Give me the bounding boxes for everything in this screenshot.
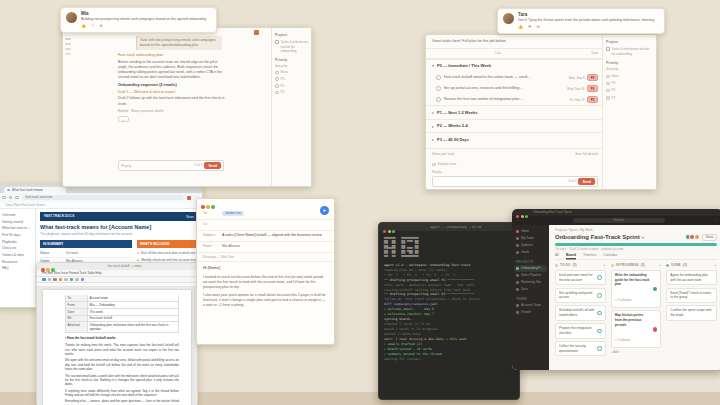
- task-checkbox-icon[interactable]: [436, 75, 441, 80]
- forward-icon[interactable]: ›: [522, 218, 523, 224]
- banner-share-button[interactable]: Share: [186, 215, 194, 219]
- radio-icon[interactable]: [275, 91, 279, 95]
- thread-meta[interactable]: Edited · Show previous drafts: [118, 109, 226, 114]
- sidebar-item[interactable]: Updates: [514, 242, 547, 249]
- kanban-card[interactable]: Write the onboarding guide for the fast-…: [611, 270, 662, 308]
- sidebar-item[interactable]: Inbox: [514, 228, 547, 235]
- breadcrumb[interactable]: Projects / Sprint / My Work: [555, 228, 717, 233]
- subject-field[interactable]: Subject: A sales [Client Name] kickoff —…: [197, 231, 334, 242]
- priority-option[interactable]: P0: [275, 77, 308, 82]
- kanban-card[interactable]: Confirm the sprint scope with the leads: [666, 305, 717, 320]
- agent-card-tara[interactable]: Tara Got it! Tying the friction points f…: [497, 8, 665, 34]
- priority-option[interactable]: P2: [275, 90, 308, 95]
- wiki-nav-item[interactable]: First 90 days: [0, 232, 33, 239]
- included-header[interactable]: WHAT'S INCLUDED: [137, 240, 198, 248]
- add-reaction-button[interactable]: +: [118, 116, 129, 122]
- kanban-card[interactable]: Draft welcome email for the new account: [555, 270, 606, 285]
- sidebar-project-item[interactable]: Marketing Site: [514, 279, 547, 286]
- task-row[interactable]: Review the first two weeks of integratio…: [426, 94, 604, 105]
- tab-board[interactable]: Board: [566, 253, 576, 258]
- add-card-button[interactable]: + Add: [611, 350, 662, 355]
- kanban-card[interactable]: Collect the security questionnaire: [555, 341, 606, 356]
- column-due-header[interactable]: Due: [564, 51, 598, 56]
- radio-icon[interactable]: [606, 82, 610, 86]
- doc-titlebar[interactable]: fast-track-kickoff — notes: [37, 263, 197, 270]
- reaction-icons[interactable]: 👍 ✎ ⊕: [81, 23, 211, 29]
- kanban-card[interactable]: Map friction points from the previous pe…: [611, 310, 662, 348]
- sidebar-project-item[interactable]: Sales Pipeline: [514, 272, 547, 279]
- kanban-card[interactable]: Set up billing and portal access: [555, 288, 606, 303]
- wiki-nav-item[interactable]: Getting started: [0, 219, 33, 226]
- board-titlebar[interactable]: Onboarding Fast-Track Sprint: [512, 209, 720, 216]
- open-icon[interactable]: [48, 278, 52, 282]
- kanban-card[interactable]: Schedule kickoff call with stakeholders: [555, 305, 606, 320]
- priority-option[interactable]: None: [275, 70, 308, 75]
- task-checkbox-icon[interactable]: [436, 86, 441, 91]
- sidebar-item[interactable]: Goals: [514, 249, 547, 256]
- sidebar-project-item[interactable]: Docs: [514, 286, 547, 293]
- terminal-content[interactable]: ▄▄▄▄▄▄ ▄▄▄▄▄▄▄▄▄ ██ ██ ██ ▀▀▀ ██ ██▄▄██ …: [379, 231, 519, 366]
- sidebar-project-item[interactable]: Onboarding Fast-Track: [514, 265, 547, 272]
- recipient-chip[interactable]: Jordan Lee: [222, 211, 244, 217]
- wiki-nav-item[interactable]: Owners & roles: [0, 252, 33, 259]
- panel-project-item[interactable]: Tasks & milestones tracker for onboardin…: [275, 40, 308, 54]
- back-icon[interactable]: [2, 196, 6, 200]
- url-bar[interactable]: fast-track-overview: [22, 195, 185, 201]
- kanban-card[interactable]: Send [Team]* check-in notes to the group: [666, 288, 717, 303]
- tasklist-reply-input[interactable]: 0 of 3 Send: [432, 176, 598, 187]
- more-icon[interactable]: ⋯: [714, 218, 718, 224]
- add-card-icon[interactable]: ＋: [658, 263, 661, 267]
- summary-header[interactable]: IN SUMMARY: [40, 240, 132, 248]
- group-row[interactable]: ▸ P3 — 45-90 Days: [426, 132, 604, 146]
- thread-left-rail[interactable]: [65, 38, 71, 55]
- wiki-nav-item[interactable]: Resources: [0, 259, 33, 266]
- priority-option[interactable]: P2: [606, 96, 653, 101]
- redo-icon[interactable]: [75, 278, 79, 282]
- send-button[interactable]: Send: [204, 162, 221, 169]
- radio-icon[interactable]: [275, 77, 279, 81]
- radio-icon[interactable]: [606, 75, 610, 79]
- radio-icon[interactable]: [606, 96, 610, 100]
- compose-titlebar[interactable]: [197, 199, 334, 208]
- tab-timeline[interactable]: Timeline: [583, 253, 596, 258]
- doc-menu-bar[interactable]: File Edit View Insert Format Tools Table…: [37, 270, 197, 277]
- add-card-icon[interactable]: ＋: [602, 263, 605, 267]
- wiki-nav-item[interactable]: Playbooks: [0, 239, 33, 246]
- column-task-header[interactable]: List: [432, 51, 564, 56]
- radio-icon[interactable]: [606, 89, 610, 93]
- compose-body[interactable]: Hi [Name], I wanted to reach out because…: [197, 262, 334, 312]
- bookmarks-bar[interactable]: Docs Plans Fast-track Teams: [0, 202, 202, 209]
- doc-page[interactable]: To: Account team From: Mia — Onboarding …: [43, 290, 191, 405]
- format-icon[interactable]: [70, 278, 74, 282]
- cc-field[interactable]: Cc:: [197, 220, 334, 231]
- send-button[interactable]: Send: [578, 178, 595, 185]
- from-field[interactable]: From: Mia Alvarez: [197, 242, 334, 253]
- radio-icon[interactable]: [275, 71, 279, 75]
- terminal-titlebar[interactable]: agent — ~/onboarding — 92×38: [379, 223, 519, 231]
- task-checkbox-icon[interactable]: [436, 97, 441, 102]
- share-button[interactable]: Share: [702, 234, 717, 241]
- kanban-card[interactable]: Prepare the integration checklist: [555, 323, 606, 338]
- wiki-nav-item[interactable]: Check-ins: [0, 245, 33, 252]
- checkbox-icon[interactable]: [432, 163, 436, 167]
- explain-checkbox-row[interactable]: Explain less: [426, 160, 604, 169]
- add-card-icon[interactable]: ＋: [714, 263, 717, 267]
- column-header[interactable]: DONE(3) ＋: [666, 263, 717, 267]
- tab-calendar[interactable]: Calendar: [603, 253, 617, 258]
- wiki-nav-item[interactable]: FAQ: [0, 265, 33, 272]
- reload-icon[interactable]: [15, 196, 19, 200]
- board-search-input[interactable]: Search: [573, 218, 665, 223]
- new-doc-icon[interactable]: [42, 278, 46, 282]
- print-icon[interactable]: [59, 278, 63, 282]
- group-row[interactable]: ▸ P1 — Next 1-2 Weeks: [426, 105, 604, 119]
- panel-project-item[interactable]: Tasks & milestones tracker for onboardin…: [606, 47, 653, 56]
- thread-link-plan[interactable]: Fast-track onboarding plan: [118, 53, 226, 59]
- priority-option[interactable]: P0: [606, 81, 653, 86]
- task-row[interactable]: Fast-track kickoff email to the entire t…: [426, 72, 604, 83]
- column-header[interactable]: TO DO(5) ＋: [555, 263, 606, 267]
- footer-right-link[interactable]: See full details: [575, 152, 598, 157]
- thread-link-draft1[interactable]: Draft 1 — Welcome & what to expect: [118, 90, 226, 95]
- tab-all[interactable]: All: [555, 253, 559, 258]
- sidebar-team-item[interactable]: Account Team: [514, 302, 547, 309]
- priority-option[interactable]: None: [606, 74, 653, 79]
